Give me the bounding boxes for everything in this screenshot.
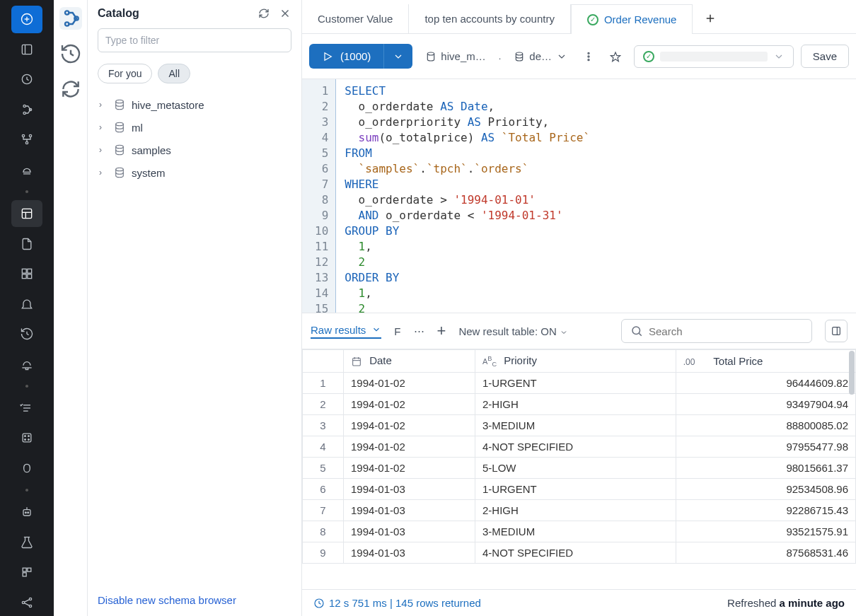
schema-path-database[interactable]: de… [508, 46, 573, 66]
chip-all[interactable]: All [158, 64, 190, 83]
nav-workflows-icon[interactable] [11, 126, 42, 153]
table-row[interactable]: 51994-01-025-LOW98015661.37 [303, 457, 856, 478]
svg-point-9 [22, 135, 24, 137]
tree-item-hive-metastore[interactable]: › hive_metastore [93, 93, 296, 116]
schema-refresh-tab-icon[interactable] [59, 78, 82, 100]
svg-line-40 [25, 603, 30, 605]
svg-line-39 [25, 599, 30, 601]
chip-for-you[interactable]: For you [98, 64, 152, 83]
svg-rect-19 [28, 274, 32, 279]
svg-point-31 [28, 512, 29, 513]
nav-catalog-icon[interactable] [11, 96, 42, 124]
tab-order-revenue[interactable]: Order Revenue [571, 4, 693, 34]
svg-point-48 [116, 145, 124, 149]
add-visualization-button[interactable]: + [437, 326, 446, 336]
catalog-filter-input[interactable] [105, 35, 284, 46]
cell-total-price: 96444609.82 [676, 372, 855, 393]
table-row[interactable]: 21994-01-022-HIGH93497904.94 [303, 393, 856, 414]
results-table-wrap[interactable]: Date ABC Priority .00 Total Price 11994-… [302, 349, 856, 589]
nav-ml-icon[interactable] [11, 499, 42, 526]
tree-item-system[interactable]: › system [93, 161, 296, 184]
nav-compute-icon[interactable] [11, 156, 42, 184]
schema-history-tab-icon[interactable] [59, 42, 82, 65]
new-result-table-toggle[interactable]: New result table: ON [458, 325, 568, 337]
add-tab-button[interactable] [693, 4, 728, 33]
close-icon[interactable] [279, 7, 291, 20]
scrollbar-thumb[interactable] [849, 351, 855, 395]
cell-date: 1994-01-02 [344, 457, 475, 478]
refresh-icon[interactable] [258, 7, 270, 20]
cluster-selector[interactable] [634, 45, 794, 68]
nav-workspace-icon[interactable] [11, 36, 42, 64]
tab-customer-value[interactable]: Customer Value [302, 4, 409, 33]
table-row[interactable]: 71994-01-032-HIGH92286715.43 [303, 499, 856, 521]
svg-rect-34 [28, 568, 31, 571]
svg-marker-58 [611, 52, 620, 62]
svg-rect-63 [353, 359, 361, 366]
svg-point-49 [116, 168, 124, 171]
catalog-tree: › hive_metastore › ml › samples › system [88, 91, 301, 187]
save-button[interactable]: Save [801, 45, 849, 68]
svg-point-36 [22, 601, 24, 603]
table-row[interactable]: 41994-01-024-NOT SPECIFIED97955477.98 [303, 436, 856, 457]
table-row[interactable]: 61994-01-031-URGENT92534508.96 [303, 478, 856, 499]
table-row[interactable]: 91994-01-034-NOT SPECIFIED87568531.46 [303, 542, 856, 563]
query-stats[interactable]: 12 s 751 ms | 145 rows returned [313, 597, 481, 609]
run-button[interactable]: (1000) [309, 44, 384, 69]
table-row[interactable]: 31994-01-023-MEDIUM88800085.02 [303, 414, 856, 436]
cell-date: 1994-01-02 [344, 436, 475, 457]
svg-rect-18 [22, 274, 26, 279]
tree-item-samples[interactable]: › samples [93, 139, 296, 161]
nav-data-ingestion-icon[interactable] [11, 424, 42, 452]
row-number-cell: 9 [303, 542, 344, 563]
nav-experiments-icon[interactable] [11, 528, 42, 556]
tree-item-label: hive_metastore [132, 99, 204, 111]
row-number-cell: 2 [303, 393, 344, 414]
editor-code[interactable]: SELECT o_orderdate AS Date, o_orderprior… [336, 79, 856, 313]
tree-item-ml[interactable]: › ml [93, 116, 296, 139]
results-search-input[interactable] [649, 325, 803, 337]
schema-browser-tab-icon[interactable] [59, 7, 82, 30]
column-header-total-price[interactable]: .00 Total Price [676, 350, 855, 373]
nav-queries-icon[interactable] [11, 230, 42, 257]
raw-results-tab[interactable]: Raw results [311, 324, 381, 339]
nav-features-icon[interactable] [11, 559, 42, 586]
nav-alerts-icon[interactable] [11, 290, 42, 318]
cell-total-price: 97955477.98 [676, 436, 855, 457]
tab-top-ten-accounts[interactable]: top ten accounts by country [409, 4, 570, 33]
editor-tabs: Customer Value top ten accounts by count… [302, 0, 856, 34]
truncated-tab[interactable]: F [394, 325, 400, 337]
svg-rect-13 [22, 209, 31, 218]
nav-recents-icon[interactable] [11, 66, 42, 93]
sql-editor[interactable]: 123456789101112131415 SELECT o_orderdate… [302, 79, 856, 313]
cell-priority: 2-HIGH [475, 499, 676, 521]
nav-warehouses-icon[interactable] [11, 351, 42, 378]
nav-history-icon[interactable] [11, 320, 42, 348]
row-number-cell: 1 [303, 372, 344, 393]
nav-models-icon[interactable] [11, 588, 42, 616]
side-panel-toggle-icon[interactable] [825, 320, 848, 342]
results-table: Date ABC Priority .00 Total Price 11994-… [302, 349, 856, 564]
search-icon [630, 325, 643, 337]
editor-gutter: 123456789101112131415 [302, 79, 336, 313]
nav-dashboards-icon[interactable] [11, 260, 42, 288]
row-number-header[interactable] [303, 350, 344, 373]
cell-total-price: 93497904.94 [676, 393, 855, 414]
run-dropdown-button[interactable] [384, 44, 412, 69]
chevron-right-icon: › [99, 168, 108, 178]
results-search-box[interactable] [621, 319, 812, 343]
table-row[interactable]: 11994-01-021-URGENT96444609.82 [303, 372, 856, 393]
column-header-priority[interactable]: ABC Priority [475, 350, 676, 373]
nav-jobruns-icon[interactable] [11, 395, 42, 422]
nav-sql-editor-icon[interactable] [11, 200, 42, 228]
nav-delta-icon[interactable] [11, 455, 42, 482]
cell-priority: 1-URGENT [475, 478, 676, 499]
table-row[interactable]: 81994-01-033-MEDIUM93521575.91 [303, 521, 856, 542]
favorite-star-icon[interactable] [604, 47, 627, 66]
kebab-menu-icon[interactable] [580, 47, 597, 66]
column-header-date[interactable]: Date [344, 350, 475, 373]
schema-path-catalog[interactable]: hive_m… [420, 46, 491, 66]
more-tabs-icon[interactable]: ⋯ [414, 325, 424, 337]
disable-schema-browser-link[interactable]: Disable new schema browser [98, 594, 236, 606]
nav-new-button[interactable] [11, 6, 42, 33]
